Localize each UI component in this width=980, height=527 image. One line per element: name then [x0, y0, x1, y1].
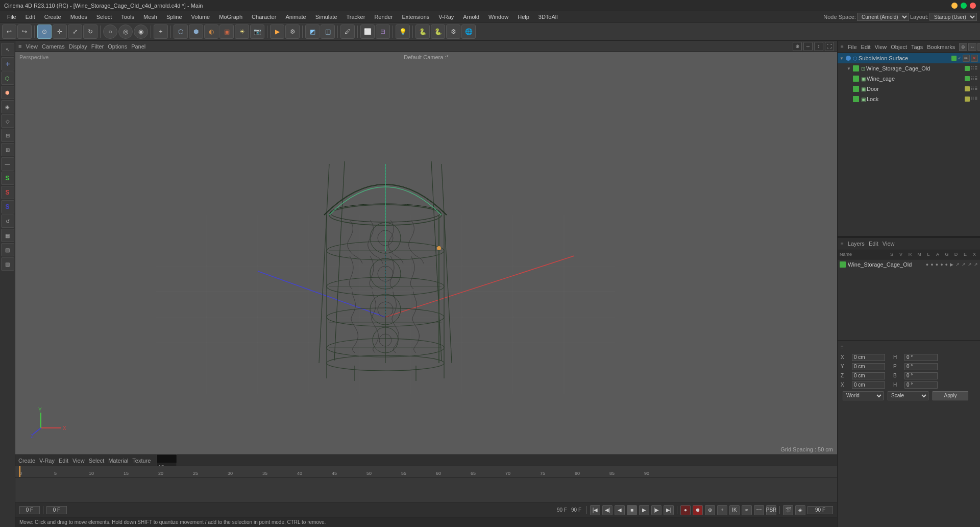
- vp-nav-2[interactable]: ↔: [803, 42, 813, 51]
- bottom-menu-create[interactable]: Create: [18, 458, 35, 464]
- menu-character[interactable]: Character: [248, 13, 280, 21]
- python-btn[interactable]: 🐍: [415, 25, 430, 39]
- menu-create[interactable]: Create: [40, 13, 65, 21]
- menu-mesh[interactable]: Mesh: [139, 13, 161, 21]
- vp-menu-display[interactable]: Display: [69, 43, 87, 50]
- layers-menu-edit[interactable]: Edit: [869, 241, 878, 247]
- subd-edit-btn[interactable]: ✏: [963, 55, 970, 62]
- null-obj-button[interactable]: ⬡: [174, 25, 188, 39]
- left-tool-s2[interactable]: S: [1, 186, 14, 199]
- rotate-tool-button[interactable]: ↻: [83, 25, 97, 39]
- select-all-button[interactable]: ○: [103, 25, 117, 39]
- obj-menu-view[interactable]: View: [875, 44, 887, 50]
- camera-button[interactable]: 📷: [250, 25, 264, 39]
- add-button[interactable]: +: [154, 25, 168, 39]
- python2-btn[interactable]: 🐍: [431, 25, 445, 39]
- select-rect-button[interactable]: ◎: [118, 25, 133, 39]
- vp-menu-cameras[interactable]: Cameras: [42, 43, 65, 50]
- vp-nav-4[interactable]: ⛶: [825, 42, 834, 51]
- menu-modes[interactable]: Modes: [66, 13, 91, 21]
- minimize-button[interactable]: [951, 3, 958, 9]
- play-button[interactable]: ▶: [639, 505, 649, 515]
- vp-menu-filter[interactable]: Filter: [91, 43, 104, 50]
- bottom-menu-material[interactable]: Material: [108, 458, 128, 464]
- obj-menu-bookmarks[interactable]: Bookmarks: [927, 44, 955, 50]
- menu-tools[interactable]: Tools: [117, 13, 138, 21]
- motion-button[interactable]: ≈: [742, 505, 752, 515]
- bottom-menu-view[interactable]: View: [72, 458, 85, 464]
- go-end-button[interactable]: ▶|: [664, 505, 674, 515]
- display-btn-2[interactable]: ◫: [321, 25, 335, 39]
- select-circle-button[interactable]: ◉: [134, 25, 148, 39]
- menu-arnold[interactable]: Arnold: [459, 13, 483, 21]
- obj-menu-file[interactable]: File: [848, 44, 857, 50]
- left-tool-s3[interactable]: S: [1, 200, 14, 213]
- vp-hamburger[interactable]: ≡: [18, 43, 21, 50]
- coord-x-input[interactable]: [852, 354, 885, 361]
- obj-panel-hamburger[interactable]: ≡: [841, 44, 844, 50]
- left-tool-move[interactable]: ✛: [1, 57, 14, 70]
- obj-item-subd[interactable]: ▼ ⬡ Subdivision Surface ✓ ✏ ✕: [838, 53, 980, 63]
- obj-header-btn-3[interactable]: ↕: [977, 43, 980, 51]
- coord-sx-input[interactable]: [852, 381, 885, 389]
- layers-menu-view[interactable]: View: [883, 241, 895, 247]
- obj-item-lock[interactable]: ▣ Lock ⠿⠿: [838, 94, 980, 104]
- left-tool-cursor[interactable]: ↖: [1, 43, 14, 56]
- cube-button[interactable]: ⬢: [189, 25, 203, 39]
- cylinder-button[interactable]: ▣: [219, 25, 234, 39]
- obj-menu-edit[interactable]: Edit: [861, 44, 871, 50]
- menu-window[interactable]: Window: [484, 13, 512, 21]
- bottom-menu-texture[interactable]: Texture: [132, 458, 151, 464]
- coord-world-select[interactable]: World: [843, 391, 884, 400]
- left-tool-tex2[interactable]: ▨: [1, 257, 14, 271]
- obj-menu-object[interactable]: Object: [891, 44, 907, 50]
- left-tool-undo[interactable]: ↺: [1, 214, 14, 228]
- apply-button[interactable]: Apply: [933, 391, 968, 400]
- render-settings-button[interactable]: ⚙: [285, 25, 300, 39]
- path-button[interactable]: 〰: [754, 505, 764, 515]
- vp-menu-panel[interactable]: Panel: [131, 43, 145, 50]
- redo-button[interactable]: ↪: [17, 25, 32, 39]
- vp-nav-3[interactable]: ↕: [814, 42, 823, 51]
- vp-menu-options[interactable]: Options: [108, 43, 127, 50]
- layer-item-main[interactable]: Wine_Storage_Cage_Old ● ● ● ● ● ▶ ↗ ↗ ↗ …: [838, 259, 980, 270]
- onion-button[interactable]: ◈: [795, 505, 805, 515]
- close-button[interactable]: [970, 3, 976, 9]
- stop-button[interactable]: ■: [627, 505, 637, 515]
- settings-btn[interactable]: ⚙: [446, 25, 460, 39]
- left-tool-edge[interactable]: —: [1, 157, 14, 171]
- layout-select[interactable]: Startup (User): [929, 13, 977, 21]
- left-tool-s1[interactable]: S: [1, 172, 14, 185]
- ik-button[interactable]: IK: [729, 505, 740, 515]
- left-tool-box-select[interactable]: ◇: [1, 114, 14, 128]
- timeline-tracks[interactable]: [15, 477, 837, 502]
- expand-tri-subd[interactable]: ▼: [840, 56, 845, 61]
- coord-b-input[interactable]: [904, 372, 938, 379]
- view-btn-1[interactable]: ⬜: [360, 25, 375, 39]
- menu-mograph[interactable]: MoGraph: [215, 13, 247, 21]
- coord-hamburger[interactable]: ≡: [841, 344, 844, 350]
- obj-item-winecage[interactable]: ▣ Wine_cage ⠿⠿: [838, 74, 980, 84]
- sphere-button[interactable]: ◐: [204, 25, 218, 39]
- solo-button[interactable]: 🎬: [783, 505, 793, 515]
- obj-item-door[interactable]: ▣ Door ⠿⠿: [838, 84, 980, 94]
- obj-menu-tags[interactable]: Tags: [911, 44, 923, 50]
- menu-select[interactable]: Select: [92, 13, 116, 21]
- coord-p-input[interactable]: [904, 363, 938, 370]
- viewport[interactable]: Perspective Default Camera :* Grid Spaci…: [15, 52, 837, 454]
- menu-help[interactable]: Help: [513, 13, 533, 21]
- coord-h2-input[interactable]: [904, 381, 938, 389]
- menu-simulate[interactable]: Simulate: [311, 13, 341, 21]
- menu-file[interactable]: File: [3, 13, 20, 21]
- move-tool-button[interactable]: ✛: [53, 25, 67, 39]
- scale-tool-button[interactable]: ⤢: [68, 25, 82, 39]
- record-button[interactable]: ●: [680, 505, 691, 515]
- addkey-button[interactable]: +: [717, 505, 727, 515]
- bottom-menu-edit[interactable]: Edit: [59, 458, 68, 464]
- left-tool-rotate[interactable]: ⬢: [1, 86, 14, 99]
- bottom-menu-vray[interactable]: V-Ray: [39, 458, 55, 464]
- lamp-btn[interactable]: 💡: [396, 25, 410, 39]
- view-btn-2[interactable]: ⊟: [376, 25, 390, 39]
- obj-item-winecage-old[interactable]: ▼ ⊡ Wine_Storage_Cage_Old ⠿⠿: [838, 63, 980, 74]
- coord-z-input[interactable]: [852, 372, 885, 379]
